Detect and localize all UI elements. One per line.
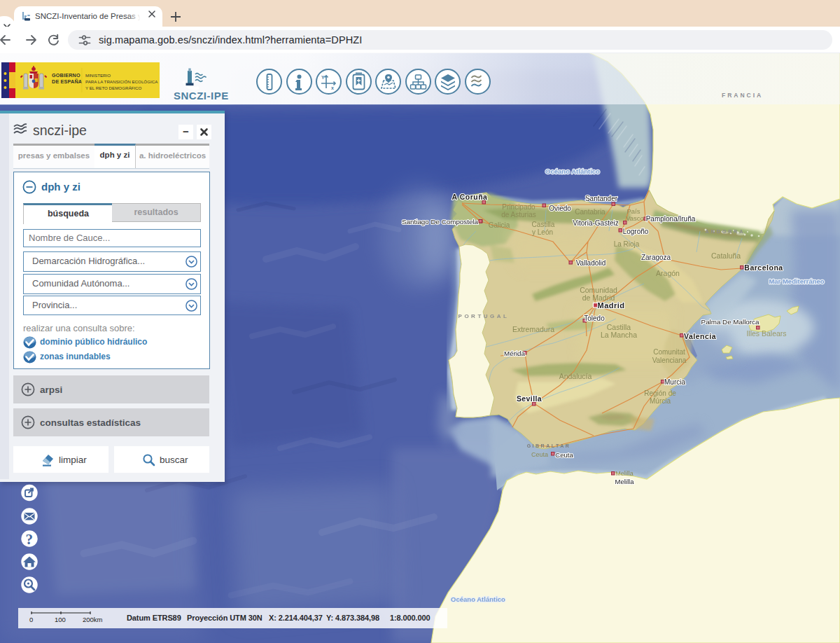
svg-text:Andalucía: Andalucía: [559, 372, 592, 380]
svg-text:Oviedo: Oviedo: [549, 205, 571, 212]
svg-text:ANDORRA: ANDORRA: [706, 229, 746, 234]
svg-text:A Coruña: A Coruña: [452, 193, 488, 201]
svg-text:Galicia: Galicia: [489, 221, 510, 229]
svg-text:Océano Atlántico: Océano Atlántico: [545, 167, 600, 175]
svg-text:200km: 200km: [83, 616, 103, 623]
svg-text:PORTUGAL: PORTUGAL: [458, 313, 510, 319]
svg-text:100: 100: [55, 616, 66, 623]
svg-text:MINISTERIO: MINISTERIO: [85, 73, 111, 78]
svg-text:Logroño: Logroño: [623, 228, 649, 235]
svg-text:Vasco: Vasco: [626, 214, 644, 222]
svg-text:GOBIERNO: GOBIERNO: [52, 72, 80, 78]
svg-text:Palma De Mallorca: Palma De Mallorca: [701, 318, 760, 326]
svg-text:Ceuta: Ceuta: [555, 451, 573, 459]
svg-text:Valenciana: Valenciana: [652, 357, 687, 364]
svg-text:DE ESPAÑA: DE ESPAÑA: [52, 78, 82, 85]
svg-text:Zaragoza: Zaragoza: [641, 254, 671, 261]
svg-text:Región de: Región de: [644, 389, 676, 397]
svg-text:Aragón: Aragón: [656, 269, 680, 277]
svg-text:Principado: Principado: [502, 203, 536, 211]
svg-text:Valladolid: Valladolid: [576, 259, 606, 267]
svg-text:Illes Balears: Illes Balears: [746, 329, 786, 338]
svg-text:Valencia: Valencia: [684, 332, 716, 340]
svg-text:0: 0: [29, 616, 33, 623]
svg-text:Santander: Santander: [585, 195, 618, 202]
svg-text:La Mancha: La Mancha: [601, 331, 637, 339]
svg-text:Mérida: Mérida: [504, 350, 525, 357]
svg-text:Y EL RETO DEMOGRÁFICO: Y EL RETO DEMOGRÁFICO: [85, 85, 142, 90]
svg-text:?: ?: [26, 531, 34, 548]
svg-text:Pamplona/Iruña: Pamplona/Iruña: [646, 215, 696, 223]
svg-text:Melilla: Melilla: [615, 478, 635, 485]
svg-text:La Rioja: La Rioja: [614, 240, 640, 248]
svg-text:Santiago De Compostela: Santiago De Compostela: [402, 218, 478, 226]
svg-text:Castilla: Castilla: [532, 221, 555, 228]
svg-text:Barcelona: Barcelona: [744, 263, 783, 272]
svg-text:Sevilla: Sevilla: [517, 394, 542, 403]
svg-text:Océano Atlántico: Océano Atlántico: [451, 595, 505, 603]
svg-text:Múrcia: Múrcia: [650, 397, 671, 405]
svg-text:Madrid: Madrid: [597, 301, 624, 310]
svg-text:Murcia: Murcia: [664, 378, 685, 386]
svg-text:Y: Y: [321, 75, 325, 80]
svg-text:Comunitat: Comunitat: [653, 348, 685, 356]
svg-text:Toledo: Toledo: [584, 314, 605, 322]
svg-text:Extremadura: Extremadura: [512, 325, 554, 333]
svg-text:GIBRALTAR: GIBRALTAR: [527, 443, 571, 448]
svg-text:Melilla: Melilla: [615, 470, 634, 477]
svg-text:PARA LA TRANSICIÓN ECOLÓGICA: PARA LA TRANSICIÓN ECOLÓGICA: [85, 79, 158, 84]
svg-text:Vitoria-Gasteiz: Vitoria-Gasteiz: [573, 219, 618, 227]
svg-text:Cantabria: Cantabria: [575, 208, 606, 216]
svg-text:de Asturias: de Asturias: [501, 211, 536, 219]
svg-text:Mar Mediterráneo: Mar Mediterráneo: [769, 277, 824, 285]
svg-text:y León: y León: [532, 228, 553, 236]
svg-text:Ceuta: Ceuta: [531, 451, 548, 458]
svg-text:x: x: [331, 85, 334, 90]
svg-text:Cataluña: Cataluña: [711, 251, 741, 260]
